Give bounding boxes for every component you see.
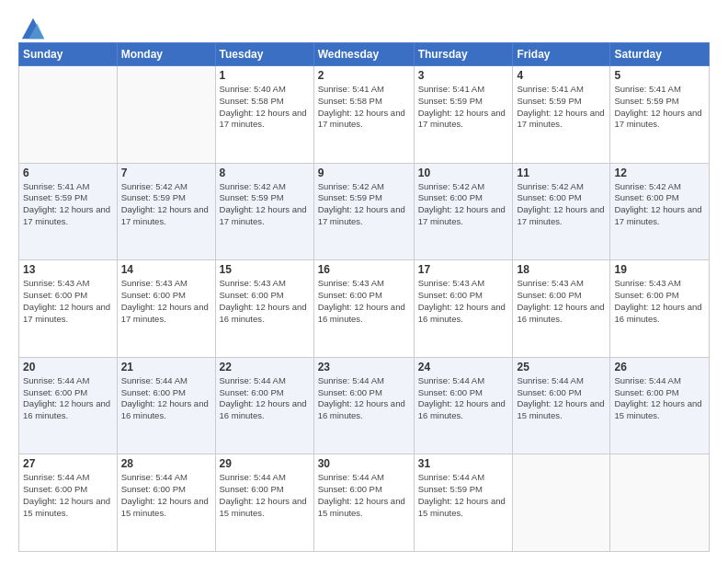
logo-icon bbox=[20, 15, 46, 40]
day-number: 29 bbox=[220, 457, 310, 470]
calendar-cell: 12Sunrise: 5:42 AM Sunset: 6:00 PM Dayli… bbox=[610, 163, 710, 260]
calendar-cell bbox=[19, 66, 118, 164]
calendar-cell: 21Sunrise: 5:44 AM Sunset: 6:00 PM Dayli… bbox=[117, 357, 215, 454]
day-info: Sunrise: 5:41 AM Sunset: 5:59 PM Dayligh… bbox=[517, 84, 604, 129]
calendar-cell: 24Sunrise: 5:44 AM Sunset: 6:00 PM Dayli… bbox=[414, 357, 513, 454]
day-info: Sunrise: 5:43 AM Sunset: 6:00 PM Dayligh… bbox=[517, 278, 604, 323]
calendar-header-saturday: Saturday bbox=[610, 43, 710, 66]
day-info: Sunrise: 5:42 AM Sunset: 5:59 PM Dayligh… bbox=[318, 181, 405, 226]
day-info: Sunrise: 5:44 AM Sunset: 6:00 PM Dayligh… bbox=[121, 375, 209, 420]
day-info: Sunrise: 5:44 AM Sunset: 6:00 PM Dayligh… bbox=[23, 375, 110, 420]
calendar-week-row: 20Sunrise: 5:44 AM Sunset: 6:00 PM Dayli… bbox=[19, 357, 710, 454]
calendar-header-tuesday: Tuesday bbox=[215, 43, 313, 66]
day-number: 31 bbox=[418, 457, 509, 470]
calendar-cell: 23Sunrise: 5:44 AM Sunset: 6:00 PM Dayli… bbox=[313, 357, 414, 454]
day-number: 27 bbox=[23, 457, 113, 470]
calendar-week-row: 13Sunrise: 5:43 AM Sunset: 6:00 PM Dayli… bbox=[19, 260, 710, 358]
calendar-week-row: 1Sunrise: 5:40 AM Sunset: 5:58 PM Daylig… bbox=[19, 66, 710, 164]
day-info: Sunrise: 5:41 AM Sunset: 5:59 PM Dayligh… bbox=[418, 84, 506, 129]
calendar-cell bbox=[610, 454, 710, 552]
calendar-cell: 15Sunrise: 5:43 AM Sunset: 6:00 PM Dayli… bbox=[215, 260, 313, 358]
calendar-cell: 31Sunrise: 5:44 AM Sunset: 5:59 PM Dayli… bbox=[414, 454, 513, 552]
day-number: 23 bbox=[318, 361, 410, 373]
day-info: Sunrise: 5:44 AM Sunset: 6:00 PM Dayligh… bbox=[517, 375, 604, 420]
calendar-cell: 18Sunrise: 5:43 AM Sunset: 6:00 PM Dayli… bbox=[513, 260, 610, 358]
calendar-cell: 9Sunrise: 5:42 AM Sunset: 5:59 PM Daylig… bbox=[313, 163, 414, 260]
day-number: 8 bbox=[220, 167, 310, 179]
day-number: 30 bbox=[318, 457, 410, 470]
day-info: Sunrise: 5:43 AM Sunset: 6:00 PM Dayligh… bbox=[318, 278, 405, 323]
calendar-cell: 26Sunrise: 5:44 AM Sunset: 6:00 PM Dayli… bbox=[610, 357, 710, 454]
day-info: Sunrise: 5:44 AM Sunset: 6:00 PM Dayligh… bbox=[23, 472, 110, 517]
day-number: 24 bbox=[418, 361, 509, 373]
calendar-cell: 27Sunrise: 5:44 AM Sunset: 6:00 PM Dayli… bbox=[19, 454, 118, 552]
day-info: Sunrise: 5:43 AM Sunset: 6:00 PM Dayligh… bbox=[121, 278, 209, 323]
day-number: 2 bbox=[318, 69, 410, 82]
calendar-cell: 7Sunrise: 5:42 AM Sunset: 5:59 PM Daylig… bbox=[117, 163, 215, 260]
day-number: 22 bbox=[220, 361, 310, 373]
calendar-cell: 28Sunrise: 5:44 AM Sunset: 6:00 PM Dayli… bbox=[117, 454, 215, 552]
day-number: 10 bbox=[418, 167, 509, 179]
day-info: Sunrise: 5:42 AM Sunset: 6:00 PM Dayligh… bbox=[418, 181, 506, 226]
page: SundayMondayTuesdayWednesdayThursdayFrid… bbox=[0, 0, 728, 563]
day-info: Sunrise: 5:42 AM Sunset: 6:00 PM Dayligh… bbox=[517, 181, 604, 226]
calendar-cell: 17Sunrise: 5:43 AM Sunset: 6:00 PM Dayli… bbox=[414, 260, 513, 358]
calendar-cell: 4Sunrise: 5:41 AM Sunset: 5:59 PM Daylig… bbox=[513, 66, 610, 164]
day-number: 9 bbox=[318, 167, 410, 179]
calendar-cell: 1Sunrise: 5:40 AM Sunset: 5:58 PM Daylig… bbox=[215, 66, 313, 164]
day-info: Sunrise: 5:44 AM Sunset: 6:00 PM Dayligh… bbox=[318, 472, 405, 517]
day-number: 7 bbox=[121, 167, 211, 179]
calendar-cell: 6Sunrise: 5:41 AM Sunset: 5:59 PM Daylig… bbox=[19, 163, 118, 260]
header bbox=[18, 15, 710, 35]
day-info: Sunrise: 5:44 AM Sunset: 6:00 PM Dayligh… bbox=[418, 375, 506, 420]
calendar-cell bbox=[117, 66, 215, 164]
day-info: Sunrise: 5:44 AM Sunset: 6:00 PM Dayligh… bbox=[121, 472, 209, 517]
day-number: 1 bbox=[220, 69, 310, 82]
day-number: 14 bbox=[121, 263, 211, 276]
day-number: 16 bbox=[318, 263, 410, 276]
calendar-cell: 16Sunrise: 5:43 AM Sunset: 6:00 PM Dayli… bbox=[313, 260, 414, 358]
logo bbox=[18, 15, 46, 35]
day-number: 18 bbox=[517, 263, 606, 276]
day-number: 15 bbox=[220, 263, 310, 276]
calendar-cell: 14Sunrise: 5:43 AM Sunset: 6:00 PM Dayli… bbox=[117, 260, 215, 358]
day-info: Sunrise: 5:42 AM Sunset: 5:59 PM Dayligh… bbox=[121, 181, 209, 226]
calendar-week-row: 6Sunrise: 5:41 AM Sunset: 5:59 PM Daylig… bbox=[19, 163, 710, 260]
calendar-header-sunday: Sunday bbox=[19, 43, 118, 66]
calendar-header-row: SundayMondayTuesdayWednesdayThursdayFrid… bbox=[19, 43, 710, 66]
calendar-cell: 8Sunrise: 5:42 AM Sunset: 5:59 PM Daylig… bbox=[215, 163, 313, 260]
calendar-cell: 19Sunrise: 5:43 AM Sunset: 6:00 PM Dayli… bbox=[610, 260, 710, 358]
day-info: Sunrise: 5:44 AM Sunset: 6:00 PM Dayligh… bbox=[614, 375, 701, 420]
calendar-header-friday: Friday bbox=[513, 43, 610, 66]
day-info: Sunrise: 5:42 AM Sunset: 5:59 PM Dayligh… bbox=[220, 181, 307, 226]
day-info: Sunrise: 5:44 AM Sunset: 6:00 PM Dayligh… bbox=[318, 375, 405, 420]
calendar-cell: 20Sunrise: 5:44 AM Sunset: 6:00 PM Dayli… bbox=[19, 357, 118, 454]
calendar-cell: 30Sunrise: 5:44 AM Sunset: 6:00 PM Dayli… bbox=[313, 454, 414, 552]
calendar-week-row: 27Sunrise: 5:44 AM Sunset: 6:00 PM Dayli… bbox=[19, 454, 710, 552]
day-number: 13 bbox=[23, 263, 113, 276]
day-number: 17 bbox=[418, 263, 509, 276]
calendar-table: SundayMondayTuesdayWednesdayThursdayFrid… bbox=[18, 42, 710, 552]
day-info: Sunrise: 5:43 AM Sunset: 6:00 PM Dayligh… bbox=[418, 278, 506, 323]
day-number: 3 bbox=[418, 69, 509, 82]
day-info: Sunrise: 5:41 AM Sunset: 5:58 PM Dayligh… bbox=[318, 84, 405, 129]
calendar-cell: 3Sunrise: 5:41 AM Sunset: 5:59 PM Daylig… bbox=[414, 66, 513, 164]
calendar-header-thursday: Thursday bbox=[414, 43, 513, 66]
day-number: 12 bbox=[614, 167, 705, 179]
day-info: Sunrise: 5:41 AM Sunset: 5:59 PM Dayligh… bbox=[614, 84, 701, 129]
day-info: Sunrise: 5:43 AM Sunset: 6:00 PM Dayligh… bbox=[614, 278, 701, 323]
calendar-cell: 11Sunrise: 5:42 AM Sunset: 6:00 PM Dayli… bbox=[513, 163, 610, 260]
day-info: Sunrise: 5:44 AM Sunset: 6:00 PM Dayligh… bbox=[220, 472, 307, 517]
day-info: Sunrise: 5:44 AM Sunset: 6:00 PM Dayligh… bbox=[220, 375, 307, 420]
calendar-cell: 10Sunrise: 5:42 AM Sunset: 6:00 PM Dayli… bbox=[414, 163, 513, 260]
day-number: 28 bbox=[121, 457, 211, 470]
day-info: Sunrise: 5:43 AM Sunset: 6:00 PM Dayligh… bbox=[23, 278, 110, 323]
calendar-cell bbox=[513, 454, 610, 552]
calendar-header-monday: Monday bbox=[117, 43, 215, 66]
day-number: 25 bbox=[517, 361, 606, 373]
day-number: 11 bbox=[517, 167, 606, 179]
day-number: 21 bbox=[121, 361, 211, 373]
calendar-cell: 22Sunrise: 5:44 AM Sunset: 6:00 PM Dayli… bbox=[215, 357, 313, 454]
day-info: Sunrise: 5:40 AM Sunset: 5:58 PM Dayligh… bbox=[220, 84, 307, 129]
calendar-cell: 25Sunrise: 5:44 AM Sunset: 6:00 PM Dayli… bbox=[513, 357, 610, 454]
